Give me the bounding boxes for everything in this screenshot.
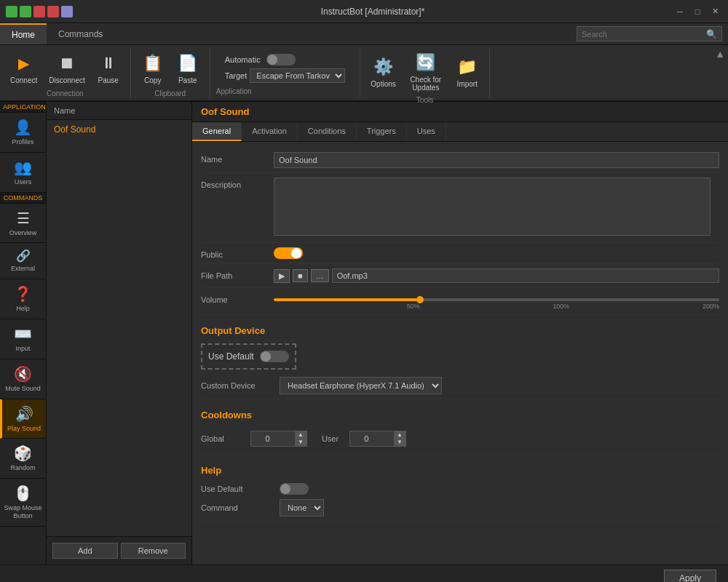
file-browse-button[interactable]: … — [311, 269, 329, 282]
public-control — [274, 247, 719, 259]
global-spin-up[interactable]: ▲ — [295, 431, 306, 439]
name-control — [274, 152, 719, 168]
paste-label: Paste — [178, 76, 197, 84]
tab-uses[interactable]: Uses — [407, 122, 446, 141]
input-icon: ⌨️ — [14, 325, 32, 343]
user-spin-down[interactable]: ▼ — [394, 439, 405, 446]
sidebar-item-play-sound[interactable]: 🔊 Play Sound — [0, 399, 46, 439]
automatic-label: Automatic — [225, 55, 261, 64]
help-use-default-knob — [280, 484, 290, 494]
swap-mouse-icon: 🖱️ — [14, 485, 32, 502]
minimize-button[interactable]: ─ — [673, 4, 687, 19]
list-item-oof-sound[interactable]: Oof Sound — [47, 120, 191, 139]
tab-home[interactable]: Home — [0, 23, 47, 44]
sidebar-item-input[interactable]: ⌨️ Input — [0, 319, 46, 359]
options-icon: ⚙️ — [372, 55, 395, 79]
ribbon: ▶ Connect ⏹ Disconnect ⏸ Pause Connectio… — [0, 45, 728, 102]
tab-triggers[interactable]: Triggers — [357, 122, 407, 141]
ribbon-tools-group: ⚙️ Options 🔄 Check for Updates 📁 Import … — [360, 48, 489, 97]
input-label: Input — [15, 345, 30, 353]
remove-button[interactable]: Remove — [121, 543, 186, 559]
pause-button[interactable]: ⏸ Pause — [92, 49, 124, 87]
tab-general[interactable]: General — [192, 122, 242, 141]
public-toggle[interactable] — [274, 247, 303, 259]
bottom-bar: Apply — [0, 565, 728, 582]
volume-slider[interactable] — [274, 298, 719, 301]
overview-label: Overview — [9, 229, 37, 237]
left-panel: Name Oof Sound Add Remove — [47, 102, 192, 565]
help-command-row: Command None — [201, 499, 324, 517]
use-default-toggle[interactable] — [260, 351, 289, 362]
target-row: Target Escape From Tarkov — [225, 68, 346, 83]
apply-button[interactable]: Apply — [664, 570, 716, 583]
tab-conditions[interactable]: Conditions — [298, 122, 357, 141]
name-input[interactable] — [274, 152, 719, 168]
window-title: InstructBot [Administrator]* — [73, 7, 673, 17]
titlebar: InstructBot [Administrator]* ─ □ ✕ — [0, 0, 728, 23]
volume-row: Volume 50% 100% 200% — [201, 288, 719, 315]
copy-icon: 📋 — [141, 52, 165, 75]
content-header: Oof Sound — [192, 102, 728, 122]
content-body: Name Description Public — [192, 142, 728, 565]
disconnect-button[interactable]: ⏹ Disconnect — [44, 49, 89, 87]
global-cooldown-input[interactable] — [251, 432, 295, 445]
sidebar-item-random[interactable]: 🎲 Random — [0, 439, 46, 479]
file-stop-button[interactable]: ■ — [293, 269, 308, 282]
search-box[interactable]: 🔍 — [577, 26, 722, 41]
form-section: Name Description Public — [192, 142, 728, 527]
volume-slider-wrap: 50% 100% 200% — [274, 292, 719, 310]
ribbon-connection-items: ▶ Connect ⏹ Disconnect ⏸ Pause — [6, 48, 124, 88]
help-command-select[interactable]: None — [280, 499, 324, 517]
titlebar-sys-icons — [6, 6, 73, 17]
connect-button[interactable]: ▶ Connect — [6, 49, 41, 87]
sidebar-item-mute-sound[interactable]: 🔇 Mute Sound — [0, 359, 46, 399]
paste-icon: 📄 — [176, 52, 199, 75]
sidebar-item-swap-mouse[interactable]: 🖱️ Swap Mouse Button — [0, 479, 46, 527]
help-section-title: Help — [201, 459, 221, 479]
copy-button[interactable]: 📋 Copy — [137, 49, 169, 87]
external-label: External — [11, 265, 35, 273]
ribbon-collapse-button[interactable]: ▲ — [715, 48, 725, 60]
custom-device-select[interactable]: Headset Earphone (HyperX 7.1 Audio) — [280, 377, 442, 394]
clipboard-group-label: Clipboard — [154, 89, 186, 97]
description-input[interactable] — [274, 178, 711, 236]
user-cooldown-input[interactable] — [350, 432, 394, 445]
paste-button[interactable]: 📄 Paste — [172, 49, 204, 87]
public-row: Public — [201, 243, 719, 264]
sidebar-item-users[interactable]: 👥 Users — [0, 153, 46, 193]
search-input[interactable] — [582, 30, 706, 39]
close-button[interactable]: ✕ — [708, 4, 722, 19]
tab-commands[interactable]: Commands — [47, 23, 114, 44]
file-play-button[interactable]: ▶ — [274, 269, 290, 283]
sidebar-item-overview[interactable]: ☰ Overview — [0, 204, 46, 244]
connection-group-label: Connection — [47, 89, 84, 97]
maximize-button[interactable]: □ — [690, 4, 705, 19]
public-label: Public — [201, 247, 274, 259]
sidebar-item-help[interactable]: ❓ Help — [0, 279, 46, 319]
add-button[interactable]: Add — [52, 543, 118, 559]
user-spin-up[interactable]: ▲ — [394, 431, 405, 439]
copy-label: Copy — [144, 76, 161, 84]
check-updates-button[interactable]: 🔄 Check for Updates — [403, 48, 448, 95]
connect-icon: ▶ — [12, 52, 36, 75]
options-button[interactable]: ⚙️ Options — [366, 52, 400, 91]
import-button[interactable]: 📁 Import — [451, 52, 483, 91]
sidebar-item-external[interactable]: 🔗 External — [0, 243, 46, 279]
volume-label: Volume — [201, 292, 274, 304]
sys-icon-3 — [33, 6, 45, 17]
disconnect-label: Disconnect — [49, 76, 84, 84]
global-spin-down[interactable]: ▼ — [295, 439, 306, 446]
help-section: Help Use Default Command None — [201, 455, 719, 522]
volume-labels: 50% 100% 200% — [274, 303, 719, 310]
target-label: Target — [225, 71, 248, 80]
user-spin-btns: ▲ ▼ — [394, 431, 405, 446]
automatic-toggle[interactable] — [266, 54, 296, 65]
ribbon-clipboard-group: 📋 Copy 📄 Paste Clipboard — [131, 48, 210, 97]
help-use-default-toggle[interactable] — [280, 483, 309, 495]
user-cooldown-input-wrap: ▲ ▼ — [349, 431, 406, 447]
target-select[interactable]: Escape From Tarkov — [250, 68, 345, 83]
tab-activation[interactable]: Activation — [242, 122, 298, 141]
automatic-row: Automatic — [225, 54, 346, 65]
window-controls: ─ □ ✕ — [673, 4, 722, 19]
sidebar-item-profiles[interactable]: 👤 Profiles — [0, 113, 46, 153]
